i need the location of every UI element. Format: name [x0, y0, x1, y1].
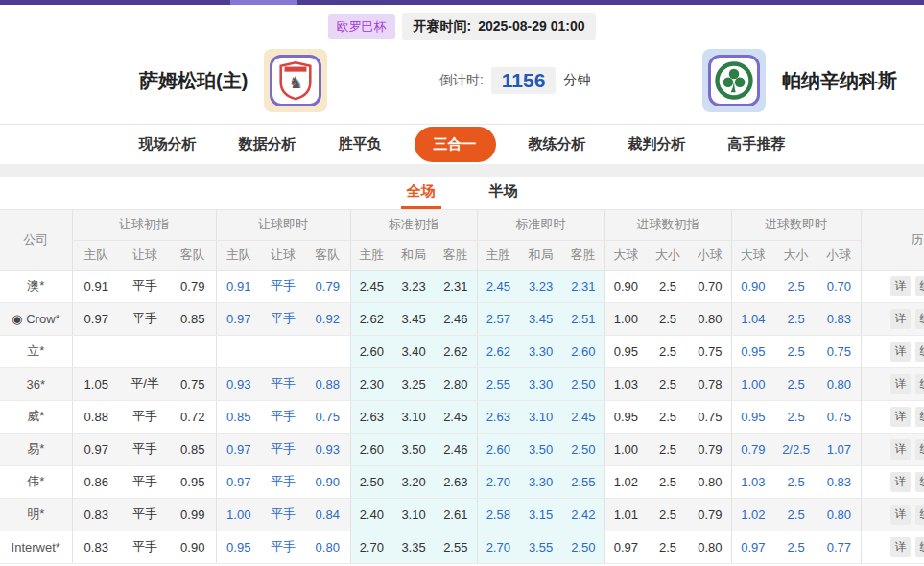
live-odds-value[interactable]: 0.75 — [305, 400, 350, 433]
live-odds-value[interactable]: 2.63 — [477, 400, 519, 433]
live-odds-value[interactable]: 2.5 — [774, 335, 817, 367]
live-odds-value[interactable]: 0.85 — [216, 400, 261, 433]
live-odds-value[interactable]: 0.70 — [817, 270, 861, 302]
live-odds-value[interactable]: 0.97 — [731, 531, 774, 563]
details-button[interactable]: 详 — [890, 505, 911, 525]
live-odds-value[interactable] — [216, 335, 261, 367]
live-odds-value[interactable]: 0.92 — [305, 302, 350, 335]
live-odds-value[interactable]: 2.57 — [477, 302, 519, 335]
live-odds-value[interactable]: 2.5 — [774, 498, 817, 531]
live-odds-value[interactable]: 平手 — [261, 531, 305, 563]
live-odds-value[interactable]: 1.04 — [731, 302, 774, 335]
live-odds-value[interactable]: 3.30 — [519, 335, 562, 367]
live-odds-value[interactable]: 2.5 — [774, 367, 817, 400]
live-odds-value[interactable]: 1.03 — [731, 465, 774, 498]
live-odds-value[interactable]: 1.07 — [817, 433, 861, 465]
live-odds-value[interactable]: 0.84 — [305, 498, 350, 531]
details-button[interactable]: 详 — [890, 472, 911, 492]
stats-button[interactable]: 统 — [915, 407, 924, 427]
live-odds-value[interactable]: 3.50 — [519, 433, 562, 465]
live-odds-value[interactable]: 1.00 — [216, 498, 261, 531]
live-odds-value[interactable]: 2.5 — [774, 400, 817, 433]
live-odds-value[interactable]: 0.90 — [731, 270, 774, 302]
live-odds-value[interactable]: 2.58 — [477, 498, 519, 531]
live-odds-value[interactable]: 2.50 — [562, 433, 604, 465]
live-odds-value[interactable]: 0.80 — [817, 367, 861, 400]
details-button[interactable]: 详 — [890, 276, 911, 296]
live-odds-value[interactable]: 2.45 — [562, 400, 604, 433]
live-odds-value[interactable]: 0.77 — [817, 531, 861, 563]
subtab-0[interactable]: 全场 — [401, 182, 441, 209]
live-odds-value[interactable]: 0.88 — [305, 367, 350, 400]
live-odds-value[interactable]: 0.95 — [216, 531, 261, 563]
live-odds-value[interactable]: 1.00 — [731, 367, 774, 400]
live-odds-value[interactable]: 平手 — [261, 433, 305, 465]
live-odds-value[interactable]: 0.75 — [817, 400, 861, 433]
live-odds-value[interactable]: 0.83 — [817, 465, 861, 498]
live-odds-value[interactable]: 0.90 — [305, 465, 350, 498]
live-odds-value[interactable]: 0.91 — [216, 270, 261, 302]
live-odds-value[interactable]: 2.60 — [477, 433, 519, 465]
nav-tab-4[interactable]: 教练分析 — [508, 135, 607, 153]
live-odds-value[interactable]: 3.55 — [519, 531, 562, 563]
live-odds-value[interactable]: 0.93 — [305, 433, 350, 465]
live-odds-value[interactable]: 0.93 — [216, 367, 261, 400]
live-odds-value[interactable]: 0.79 — [731, 433, 774, 465]
live-odds-value[interactable]: 3.45 — [519, 302, 562, 335]
live-odds-value[interactable] — [305, 335, 350, 367]
live-odds-value[interactable]: 0.79 — [305, 270, 350, 302]
details-button[interactable]: 详 — [890, 537, 911, 557]
stats-button[interactable]: 统 — [915, 439, 924, 460]
live-odds-value[interactable]: 2.45 — [477, 270, 519, 302]
live-odds-value[interactable]: 平手 — [261, 367, 305, 400]
live-odds-value[interactable]: 0.75 — [817, 335, 861, 367]
live-odds-value[interactable]: 1.02 — [731, 498, 774, 531]
live-odds-value[interactable]: 2.5 — [774, 465, 817, 498]
live-odds-value[interactable]: 2.5 — [774, 302, 817, 335]
live-odds-value[interactable]: 3.30 — [519, 367, 562, 400]
live-odds-value[interactable]: 2.42 — [562, 498, 604, 531]
stats-button[interactable]: 统 — [915, 472, 924, 492]
live-odds-value[interactable]: 平手 — [261, 270, 305, 302]
live-odds-value[interactable]: 2.70 — [477, 465, 519, 498]
nav-tab-3[interactable]: 三合一 — [415, 127, 496, 162]
stats-button[interactable]: 统 — [915, 374, 924, 394]
live-odds-value[interactable]: 3.23 — [519, 270, 562, 302]
live-odds-value[interactable]: 平手 — [261, 498, 305, 531]
live-odds-value[interactable]: 2.51 — [562, 302, 604, 335]
subtab-1[interactable]: 半场 — [484, 182, 524, 209]
details-button[interactable]: 详 — [890, 309, 911, 329]
live-odds-value[interactable]: 3.15 — [519, 498, 562, 531]
live-odds-value[interactable]: 0.80 — [817, 498, 861, 531]
live-odds-value[interactable]: 3.10 — [519, 400, 562, 433]
details-button[interactable]: 详 — [890, 439, 911, 460]
live-odds-value[interactable]: 2.60 — [562, 335, 604, 367]
nav-tab-0[interactable]: 现场分析 — [118, 135, 218, 153]
live-odds-value[interactable]: 0.95 — [731, 335, 774, 367]
details-button[interactable]: 详 — [890, 374, 911, 394]
live-odds-value[interactable]: 2.5 — [774, 270, 817, 302]
live-odds-value[interactable]: 2.5 — [774, 531, 817, 563]
nav-tab-5[interactable]: 裁判分析 — [607, 135, 707, 153]
live-odds-value[interactable]: 0.80 — [305, 531, 350, 563]
stats-button[interactable]: 统 — [915, 276, 924, 296]
nav-tab-1[interactable]: 数据分析 — [218, 135, 318, 153]
live-odds-value[interactable]: 0.97 — [216, 465, 261, 498]
live-odds-value[interactable] — [261, 335, 305, 367]
live-odds-value[interactable]: 0.83 — [817, 302, 861, 335]
live-odds-value[interactable]: 2.50 — [562, 367, 604, 400]
live-odds-value[interactable]: 2/2.5 — [774, 433, 817, 465]
stats-button[interactable]: 统 — [915, 505, 924, 525]
details-button[interactable]: 详 — [890, 407, 911, 427]
stats-button[interactable]: 统 — [915, 342, 924, 362]
live-odds-value[interactable]: 3.30 — [519, 465, 562, 498]
live-odds-value[interactable]: 2.62 — [477, 335, 519, 367]
live-odds-value[interactable]: 2.55 — [477, 367, 519, 400]
live-odds-value[interactable]: 0.97 — [216, 302, 261, 335]
live-odds-value[interactable]: 2.70 — [477, 531, 519, 563]
live-odds-value[interactable]: 2.31 — [562, 270, 604, 302]
live-odds-value[interactable]: 0.97 — [216, 433, 261, 465]
live-odds-value[interactable]: 平手 — [261, 400, 305, 433]
details-button[interactable]: 详 — [890, 342, 911, 362]
stats-button[interactable]: 统 — [915, 537, 924, 557]
